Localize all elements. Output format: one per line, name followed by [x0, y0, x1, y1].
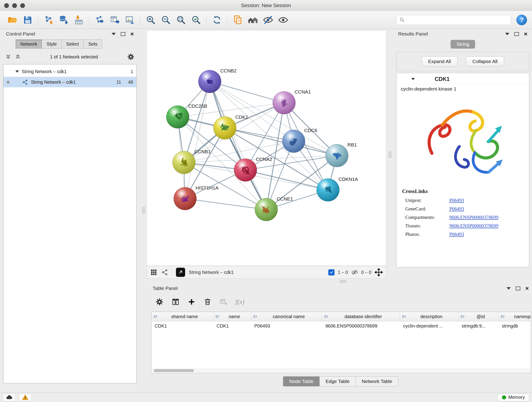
network-node-CDK1[interactable]: CDK1 — [213, 114, 248, 139]
tab-edge-table[interactable]: Edge Table — [320, 376, 356, 386]
import-network-from-file-button[interactable] — [42, 13, 55, 27]
crosslink-row: GeneCard:P06493 — [397, 205, 529, 213]
export-image-button[interactable] — [123, 13, 137, 27]
crosslink-value-link[interactable]: P06493 — [449, 231, 464, 237]
collapse-all-icon[interactable] — [5, 54, 12, 60]
launch-arrow-icon — [178, 270, 183, 275]
refresh-button[interactable] — [210, 13, 224, 27]
selected-checkbox-icon[interactable] — [328, 269, 335, 275]
float-panel-icon[interactable] — [516, 287, 520, 290]
crosslink-value-link[interactable]: P06493 — [449, 206, 464, 212]
column-header-description[interactable]: description — [400, 312, 458, 321]
export-network-button[interactable] — [93, 13, 106, 27]
close-panel-icon[interactable]: × — [525, 285, 529, 291]
network-node-HIST1H1A[interactable]: HIST1H1A — [174, 185, 219, 210]
open-session-button[interactable] — [6, 13, 19, 27]
help-button[interactable]: ? — [516, 15, 527, 25]
zoom-out-button[interactable] — [159, 13, 172, 27]
column-header-canonical-name[interactable]: canonical name — [251, 312, 322, 321]
left-splitter-handle[interactable] — [142, 207, 145, 214]
panel-menu-icon[interactable] — [112, 33, 116, 35]
search-input[interactable] — [407, 17, 508, 23]
crosslink-value-link[interactable]: P06493 — [449, 198, 464, 203]
horizontal-splitter-handle[interactable] — [340, 280, 346, 283]
column-header-database-identifier[interactable]: database identifier — [322, 312, 400, 321]
warning-button[interactable] — [19, 394, 32, 401]
float-panel-icon[interactable] — [514, 32, 519, 36]
network-canvas[interactable]: CCNB2CCNA1CDC25BCDK1CDC6RB1CCNB1CCNA2CDK… — [147, 30, 386, 266]
tab-node-table[interactable]: Node Table — [283, 376, 320, 386]
function-builder-icon[interactable]: f(x) — [235, 298, 244, 306]
close-window-button[interactable] — [4, 3, 9, 8]
zoom-selected-button[interactable] — [190, 13, 203, 27]
column-header-namespace[interactable]: namespace — [499, 312, 531, 321]
expand-all-button[interactable]: Expand All — [422, 56, 457, 66]
cloud-button[interactable] — [3, 394, 16, 401]
gear-icon[interactable] — [155, 298, 164, 306]
tab-network-table[interactable]: Network Table — [356, 376, 399, 386]
crosslink-value-link[interactable]: 9606.ENSP00000378699 — [449, 215, 498, 220]
panel-menu-icon[interactable] — [505, 33, 509, 35]
panel-menu-icon[interactable] — [507, 287, 511, 290]
zoom-in-button[interactable] — [144, 13, 157, 27]
zoom-fit-button[interactable] — [174, 13, 188, 27]
network-collection-row[interactable]: String Network – cdk1 1 — [3, 66, 136, 77]
network-node-CCNA2[interactable]: CCNA2 — [234, 157, 272, 182]
network-node-CCNE1[interactable]: CCNE1 — [255, 196, 293, 221]
scrollbar-thumb[interactable] — [154, 369, 194, 372]
tab-sets[interactable]: Sets — [84, 39, 102, 49]
tab-style[interactable]: Style — [42, 39, 61, 49]
show-all-button[interactable] — [277, 13, 290, 27]
close-panel-icon[interactable]: × — [524, 31, 527, 37]
network-edge[interactable] — [185, 199, 266, 210]
hidden-eye-slash-icon[interactable] — [351, 269, 358, 276]
network-edge[interactable] — [245, 170, 328, 190]
crosslink-value-link[interactable]: 9606.ENSP00000378699 — [449, 223, 498, 229]
network-node-CCNA1[interactable]: CCNA1 — [273, 89, 311, 114]
float-panel-icon[interactable] — [121, 32, 125, 36]
network-edge[interactable] — [210, 82, 284, 103]
tab-string[interactable]: String — [451, 40, 475, 49]
add-column-icon[interactable] — [187, 298, 196, 306]
zoom-window-button[interactable] — [20, 3, 25, 8]
import-network-from-database-button[interactable] — [57, 13, 70, 27]
collapse-section-icon[interactable] — [411, 78, 415, 80]
minimize-window-button[interactable] — [12, 3, 17, 8]
duplicate-document-button[interactable] — [231, 13, 244, 27]
status-separator — [172, 268, 172, 276]
collection-disclosure-icon[interactable] — [15, 70, 19, 73]
tab-network[interactable]: Network — [16, 39, 42, 49]
memory-button[interactable]: Memory — [498, 394, 529, 401]
column-header--id[interactable]: @id — [458, 312, 499, 321]
export-table-button[interactable] — [108, 13, 121, 27]
network-graph: CCNB2CCNA1CDC25BCDK1CDC6RB1CCNB1CCNA2CDK… — [147, 31, 386, 266]
network-node-CDKN1A[interactable]: CDKN1A — [317, 177, 358, 201]
move-crosshair-icon[interactable] — [375, 268, 383, 276]
string-home-button[interactable] — [246, 13, 260, 27]
grid-view-icon[interactable] — [150, 269, 157, 276]
hide-selected-button[interactable] — [261, 13, 275, 27]
gene-description: cyclin-dependent kinase 1 — [397, 84, 529, 92]
network-edge[interactable] — [185, 82, 210, 199]
network-row[interactable]: String Network – cdk1 11 48 — [3, 77, 136, 87]
gear-icon[interactable] — [127, 53, 135, 61]
delete-column-icon[interactable] — [203, 298, 212, 306]
tab-select[interactable]: Select — [62, 39, 84, 49]
crosslink-label: Tissues: — [405, 223, 449, 229]
column-header-shared-name[interactable]: shared name — [152, 312, 213, 321]
collapse-all-button[interactable]: Collapse All — [466, 56, 504, 66]
open-in-window-button[interactable] — [176, 268, 185, 277]
table-row[interactable]: CDK1CDK1P064939606.ENSP00000378699cyclin… — [152, 321, 531, 331]
network-node-RB1[interactable]: RB1 — [325, 142, 357, 167]
network-node-CCNB2[interactable]: CCNB2 — [198, 68, 237, 93]
close-panel-icon[interactable]: × — [130, 31, 134, 37]
show-columns-icon[interactable] — [171, 298, 180, 306]
import-table-from-file-button[interactable] — [72, 13, 85, 27]
network-node-CDC6[interactable]: CDC6 — [282, 128, 317, 153]
column-header-name[interactable]: name — [213, 312, 251, 321]
horizontal-scrollbar[interactable] — [152, 369, 530, 372]
save-session-button[interactable] — [21, 13, 34, 27]
right-splitter-handle[interactable] — [389, 151, 391, 158]
network-overview-icon[interactable] — [161, 269, 168, 276]
expand-all-icon[interactable] — [15, 54, 21, 60]
